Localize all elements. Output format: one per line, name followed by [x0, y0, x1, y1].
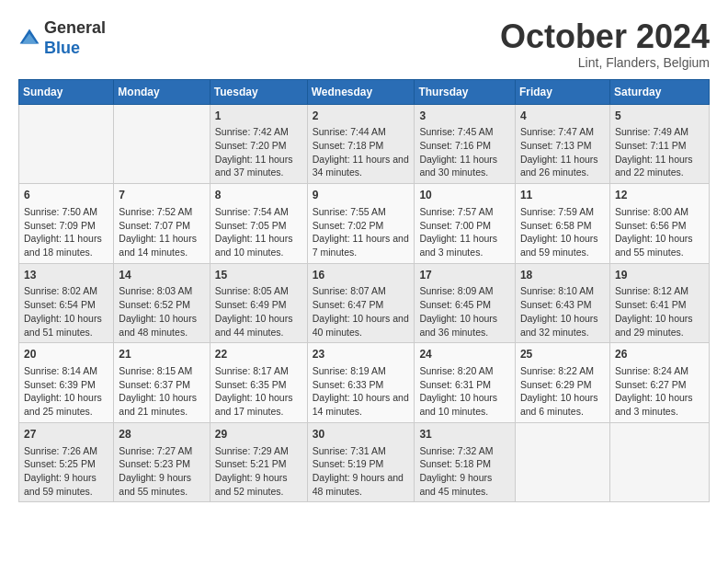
- sunset-text: Sunset: 5:25 PM: [24, 457, 108, 471]
- sunset-text: Sunset: 6:45 PM: [419, 298, 510, 312]
- header-wednesday: Wednesday: [307, 79, 415, 104]
- daylight-text: Daylight: 10 hours and 17 minutes.: [215, 391, 302, 418]
- day-number: 23: [313, 347, 410, 362]
- day-number: 18: [520, 268, 605, 283]
- calendar-cell: 18Sunrise: 8:10 AMSunset: 6:43 PMDayligh…: [515, 263, 609, 343]
- sunrise-text: Sunrise: 7:49 AM: [615, 125, 704, 139]
- calendar-cell: 14Sunrise: 8:03 AMSunset: 6:52 PMDayligh…: [114, 263, 210, 343]
- location-subtitle: Lint, Flanders, Belgium: [500, 55, 710, 70]
- calendar-cell: 8Sunrise: 7:54 AMSunset: 7:05 PMDaylight…: [210, 184, 307, 264]
- sunrise-text: Sunrise: 8:19 AM: [313, 364, 410, 378]
- day-number: 7: [119, 188, 204, 203]
- calendar-week-row: 20Sunrise: 8:14 AMSunset: 6:39 PMDayligh…: [19, 343, 710, 423]
- daylight-text: Daylight: 11 hours and 30 minutes.: [419, 153, 510, 179]
- sunrise-text: Sunrise: 7:54 AM: [215, 205, 302, 219]
- daylight-text: Daylight: 11 hours and 7 minutes.: [313, 232, 410, 259]
- daylight-text: Daylight: 10 hours and 40 minutes.: [313, 312, 410, 339]
- calendar-week-row: 27Sunrise: 7:26 AMSunset: 5:25 PMDayligh…: [19, 422, 710, 502]
- month-title: October 2024: [500, 18, 710, 55]
- calendar-cell: 23Sunrise: 8:19 AMSunset: 6:33 PMDayligh…: [307, 343, 415, 423]
- day-number: 28: [119, 427, 204, 442]
- daylight-text: Daylight: 10 hours and 3 minutes.: [615, 391, 704, 418]
- sunrise-text: Sunrise: 8:07 AM: [313, 284, 410, 298]
- sunset-text: Sunset: 6:58 PM: [520, 219, 605, 233]
- sunset-text: Sunset: 5:21 PM: [215, 457, 302, 471]
- day-number: 3: [419, 109, 510, 124]
- day-number: 2: [313, 109, 410, 124]
- sunset-text: Sunset: 5:18 PM: [419, 457, 510, 471]
- calendar-cell: 3Sunrise: 7:45 AMSunset: 7:16 PMDaylight…: [415, 104, 516, 184]
- sunset-text: Sunset: 6:56 PM: [615, 219, 704, 233]
- daylight-text: Daylight: 9 hours and 55 minutes.: [119, 471, 204, 498]
- sunset-text: Sunset: 7:18 PM: [313, 139, 410, 153]
- sunrise-text: Sunrise: 7:27 AM: [119, 444, 204, 458]
- day-number: 31: [419, 427, 510, 442]
- daylight-text: Daylight: 10 hours and 29 minutes.: [615, 312, 704, 339]
- calendar-cell: 9Sunrise: 7:55 AMSunset: 7:02 PMDaylight…: [307, 184, 415, 264]
- day-number: 6: [24, 188, 108, 203]
- title-block: October 2024 Lint, Flanders, Belgium: [500, 18, 710, 70]
- calendar-cell: 21Sunrise: 8:15 AMSunset: 6:37 PMDayligh…: [114, 343, 210, 423]
- daylight-text: Daylight: 10 hours and 25 minutes.: [24, 391, 108, 418]
- sunrise-text: Sunrise: 7:50 AM: [24, 205, 108, 219]
- sunset-text: Sunset: 6:41 PM: [615, 298, 704, 312]
- sunrise-text: Sunrise: 8:02 AM: [24, 284, 108, 298]
- logo-blue-text: Blue: [44, 39, 106, 59]
- calendar-week-row: 13Sunrise: 8:02 AMSunset: 6:54 PMDayligh…: [19, 263, 710, 343]
- sunrise-text: Sunrise: 8:14 AM: [24, 364, 108, 378]
- day-number: 17: [419, 268, 510, 283]
- daylight-text: Daylight: 10 hours and 32 minutes.: [520, 312, 605, 339]
- sunrise-text: Sunrise: 8:09 AM: [419, 284, 510, 298]
- sunrise-text: Sunrise: 8:12 AM: [615, 284, 704, 298]
- daylight-text: Daylight: 11 hours and 18 minutes.: [24, 232, 108, 259]
- sunset-text: Sunset: 7:00 PM: [419, 219, 510, 233]
- day-number: 15: [215, 268, 302, 283]
- calendar-cell: 19Sunrise: 8:12 AMSunset: 6:41 PMDayligh…: [609, 263, 709, 343]
- sunrise-text: Sunrise: 7:44 AM: [313, 125, 410, 139]
- sunset-text: Sunset: 6:35 PM: [215, 378, 302, 392]
- day-number: 4: [520, 109, 605, 124]
- sunset-text: Sunset: 6:47 PM: [313, 298, 410, 312]
- header-tuesday: Tuesday: [210, 79, 307, 104]
- day-number: 5: [615, 109, 704, 124]
- sunset-text: Sunset: 7:02 PM: [313, 219, 410, 233]
- sunset-text: Sunset: 7:20 PM: [215, 139, 302, 153]
- daylight-text: Daylight: 11 hours and 22 minutes.: [615, 153, 704, 179]
- sunrise-text: Sunrise: 7:57 AM: [419, 205, 510, 219]
- sunset-text: Sunset: 6:49 PM: [215, 298, 302, 312]
- calendar-cell: 25Sunrise: 8:22 AMSunset: 6:29 PMDayligh…: [515, 343, 609, 423]
- sunrise-text: Sunrise: 7:32 AM: [419, 444, 510, 458]
- sunset-text: Sunset: 6:31 PM: [419, 378, 510, 392]
- calendar-cell: 27Sunrise: 7:26 AMSunset: 5:25 PMDayligh…: [19, 422, 114, 502]
- calendar-cell: [609, 422, 709, 502]
- day-number: 25: [520, 347, 605, 362]
- sunset-text: Sunset: 6:54 PM: [24, 298, 108, 312]
- day-number: 1: [215, 109, 302, 124]
- page-header: General Blue October 2024 Lint, Flanders…: [18, 18, 710, 70]
- calendar-cell: 11Sunrise: 7:59 AMSunset: 6:58 PMDayligh…: [515, 184, 609, 264]
- daylight-text: Daylight: 10 hours and 14 minutes.: [313, 391, 410, 418]
- calendar-cell: [114, 104, 210, 184]
- calendar-week-row: 6Sunrise: 7:50 AMSunset: 7:09 PMDaylight…: [19, 184, 710, 264]
- sunset-text: Sunset: 6:27 PM: [615, 378, 704, 392]
- sunset-text: Sunset: 7:07 PM: [119, 219, 204, 233]
- sunrise-text: Sunrise: 7:42 AM: [215, 125, 302, 139]
- daylight-text: Daylight: 10 hours and 21 minutes.: [119, 391, 204, 418]
- calendar-cell: 22Sunrise: 8:17 AMSunset: 6:35 PMDayligh…: [210, 343, 307, 423]
- daylight-text: Daylight: 9 hours and 52 minutes.: [215, 471, 302, 498]
- sunset-text: Sunset: 5:23 PM: [119, 457, 204, 471]
- calendar-cell: 12Sunrise: 8:00 AMSunset: 6:56 PMDayligh…: [609, 184, 709, 264]
- daylight-text: Daylight: 10 hours and 51 minutes.: [24, 312, 108, 339]
- calendar-table: SundayMondayTuesdayWednesdayThursdayFrid…: [18, 79, 710, 503]
- daylight-text: Daylight: 10 hours and 10 minutes.: [419, 391, 510, 418]
- sunrise-text: Sunrise: 8:03 AM: [119, 284, 204, 298]
- sunset-text: Sunset: 6:37 PM: [119, 378, 204, 392]
- daylight-text: Daylight: 10 hours and 55 minutes.: [615, 232, 704, 259]
- daylight-text: Daylight: 10 hours and 48 minutes.: [119, 312, 204, 339]
- daylight-text: Daylight: 10 hours and 44 minutes.: [215, 312, 302, 339]
- daylight-text: Daylight: 11 hours and 37 minutes.: [215, 153, 302, 179]
- calendar-cell: [515, 422, 609, 502]
- calendar-cell: 6Sunrise: 7:50 AMSunset: 7:09 PMDaylight…: [19, 184, 114, 264]
- day-number: 27: [24, 427, 108, 442]
- sunrise-text: Sunrise: 8:17 AM: [215, 364, 302, 378]
